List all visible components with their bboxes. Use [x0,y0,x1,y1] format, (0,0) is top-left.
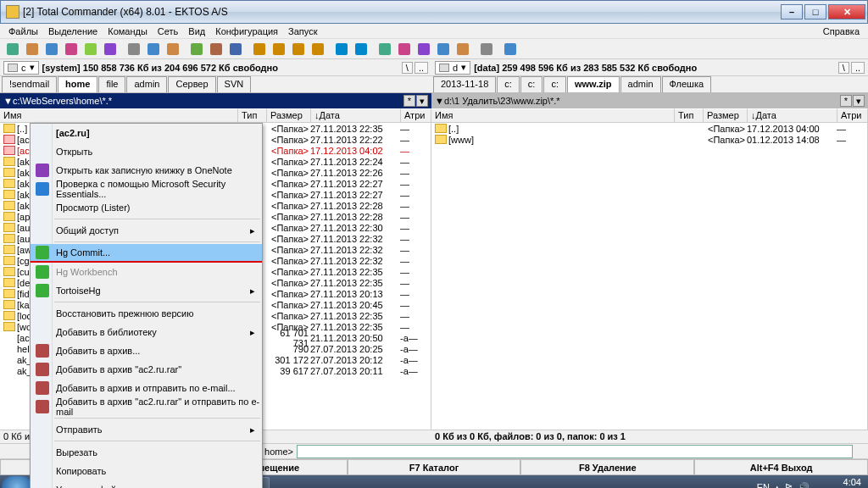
toolbar-button[interactable] [81,41,100,58]
panel-tab[interactable]: home [58,76,97,92]
toolbar-button[interactable] [415,41,433,58]
toolbar-button[interactable] [144,41,163,58]
context-menu-item[interactable]: Восстановить прежнюю версию [31,304,262,323]
fn-button[interactable]: F8 Удаление [520,459,694,475]
col-attr[interactable]: Атри [837,108,868,122]
panel-tab[interactable]: SVN [217,76,252,92]
context-menu-item[interactable]: Открыть как записную книжку в OneNote [31,161,262,180]
right-file-panel[interactable]: [..]<Папка>17.12.2013 04:00—[www]<Папка>… [431,123,868,430]
context-menu-item[interactable]: Hg Workbench [31,263,262,281]
tray-clock[interactable]: 4:0417.12.2013 [815,478,861,488]
toolbar-button[interactable] [477,41,496,58]
start-button[interactable] [2,476,32,488]
menu-item[interactable]: Сеть [153,25,183,38]
fn-button[interactable]: F7 Каталог [348,459,521,475]
file-row[interactable]: [www]<Папка>01.12.2013 14:08— [431,134,867,145]
toolbar-button[interactable] [332,41,351,58]
col-date[interactable]: ↓Дата [311,108,401,122]
menu-item[interactable]: Запуск [283,25,322,38]
menu-item[interactable]: Конфигурация [210,25,283,38]
panel-tab[interactable]: admin [620,76,661,92]
context-menu-item[interactable]: Добавить в библиотеку▸ [31,323,262,341]
col-date[interactable]: ↓Дата [748,108,837,122]
toolbar-button[interactable] [207,41,225,58]
col-name[interactable]: Имя [431,108,675,122]
toolbar-button[interactable] [250,41,269,58]
window-titlebar[interactable]: [2] Total Commander (x64) 8.01 - EKTOS A… [0,0,868,24]
left-path[interactable]: ▼c:\WebServers\home\*.**▾ [0,93,431,108]
tray-flag-icon[interactable]: ▴ [775,482,780,489]
right-path[interactable]: ▼d:\1 Удалить\23\www.zip\*.**▾ [431,93,868,108]
panel-tab[interactable]: c: [497,76,520,92]
panel-tab[interactable]: c: [543,76,566,92]
context-menu-item[interactable]: TortoiseHg▸ [31,281,262,300]
toolbar-button[interactable] [42,41,61,58]
panel-tab[interactable]: Флешка [662,76,712,92]
panel-tab[interactable]: www.zip [567,76,620,92]
toolbar-button[interactable] [376,41,394,58]
toolbar-button[interactable] [289,41,308,58]
favorites-button[interactable]: ▾ [853,95,865,107]
col-attr[interactable]: Атри [401,108,431,122]
maximize-button[interactable]: □ [804,4,826,19]
history-button[interactable]: * [403,95,415,107]
col-size[interactable]: Размер [267,108,311,122]
tray-lang[interactable]: EN [757,482,770,488]
right-drive-selector[interactable]: d▾ [435,61,470,75]
toolbar-button[interactable] [164,41,182,58]
panel-tab[interactable]: file [98,76,125,92]
favorites-button[interactable]: ▾ [416,95,428,107]
toolbar-button[interactable] [434,41,453,58]
toolbar-button[interactable] [501,41,520,58]
context-menu-item[interactable]: Добавить в архив "ac2.ru.rar" и отправит… [31,397,262,416]
context-menu-item[interactable]: Проверка с помощью Microsoft Security Es… [31,180,262,198]
context-menu-item[interactable]: Просмотр (Lister) [31,198,262,217]
context-menu-item[interactable]: Добавить в архив и отправить по e-mail..… [31,379,262,397]
panel-tab[interactable]: admin [126,76,167,92]
context-menu-item[interactable]: Открыть [31,142,262,161]
panel-tab[interactable]: c: [520,76,543,92]
tray-network-icon[interactable]: ⧎ [785,482,793,489]
context-menu-item[interactable]: Добавить в архив "ac2.ru.rar" [31,360,262,379]
context-menu-item[interactable]: Вырезать [31,443,262,462]
col-type[interactable]: Тип [238,108,267,122]
toolbar-button[interactable] [352,41,370,58]
context-menu-item[interactable]: Упаковка файлов [31,480,262,488]
nav-root-button[interactable]: \ [838,62,849,74]
left-drive-selector[interactable]: c▾ [3,61,39,75]
menu-item[interactable]: Команды [103,25,153,38]
context-menu-item[interactable]: Hg Commit... [31,244,262,263]
context-menu-item[interactable]: Общий доступ▸ [31,221,262,240]
col-type[interactable]: Тип [675,108,704,122]
col-size[interactable]: Размер [704,108,748,122]
toolbar-button[interactable] [62,41,81,58]
toolbar-button[interactable] [101,41,120,58]
minimize-button[interactable]: – [781,4,803,19]
panel-tab[interactable]: 2013-11-18 [433,76,496,92]
toolbar-button[interactable] [226,41,245,58]
context-menu-item[interactable]: Копировать [31,462,262,480]
toolbar-button[interactable] [453,41,472,58]
tray-volume-icon[interactable]: 🔊 [798,482,810,489]
context-menu-item[interactable]: Отправить▸ [31,420,262,439]
command-input[interactable] [297,445,853,458]
close-button[interactable]: ✕ [828,4,865,19]
menu-item[interactable]: Вид [183,25,210,38]
fn-button[interactable]: Alt+F4 Выход [694,459,868,475]
nav-up-button[interactable]: .. [851,62,865,74]
toolbar-button[interactable] [3,41,22,58]
toolbar-button[interactable] [187,41,206,58]
menu-item[interactable]: Выделение [43,25,103,38]
menu-help[interactable]: Справка [818,25,865,38]
file-row[interactable]: [..]<Папка>17.12.2013 04:00— [431,123,867,134]
toolbar-button[interactable] [395,41,414,58]
toolbar-button[interactable] [23,41,42,58]
nav-up-button[interactable]: .. [415,62,428,74]
history-button[interactable]: * [840,95,852,107]
panel-tab[interactable]: Сервер [168,76,215,92]
context-menu-item[interactable]: [ac2.ru] [31,124,262,142]
context-menu-item[interactable]: Добавить в архив... [31,341,262,360]
menu-item[interactable]: Файлы [3,25,43,38]
panel-tab[interactable]: !sendmail [2,76,57,92]
toolbar-button[interactable] [125,41,143,58]
